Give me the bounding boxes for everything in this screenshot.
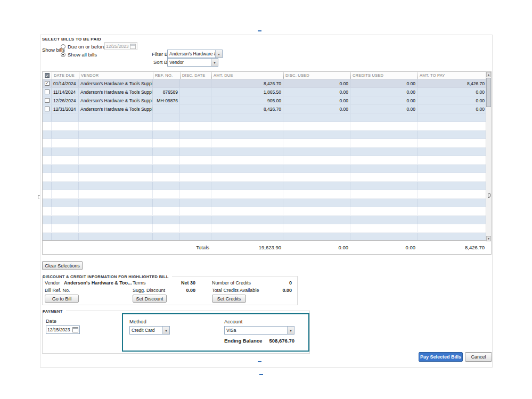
scroll-up-icon[interactable]: ▲	[486, 72, 491, 77]
row-checkbox[interactable]	[43, 96, 52, 104]
col-header-amt-to-pay[interactable]: AMT. TO PAY	[418, 72, 487, 79]
discount-credit-section: DISCOUNT & CREDIT INFORMATION FOR HIGHLI…	[42, 276, 298, 305]
radio-icon[interactable]	[61, 44, 66, 49]
cell	[52, 199, 79, 207]
chevron-down-icon[interactable]: ▾	[211, 59, 218, 66]
cell	[180, 190, 211, 198]
chevron-down-icon[interactable]: ▾	[215, 50, 222, 58]
cell: 0.00	[283, 79, 350, 87]
col-header-credits-used[interactable]: CREDITS USED	[350, 72, 418, 79]
radio-due-on-or-before[interactable]: Due on or before	[61, 44, 105, 50]
totals-disc-used: 0.00	[283, 245, 350, 250]
cell	[153, 148, 180, 156]
cell	[211, 122, 283, 130]
sort-by-dropdown[interactable]: Vendor ▾	[167, 58, 218, 67]
radio-icon[interactable]	[61, 52, 66, 57]
empty-row	[43, 122, 487, 131]
bills-table: ✓DATE DUEVENDORREF. NO.DISC. DATEAMT. DU…	[42, 71, 492, 255]
ui-artifact-mark	[38, 195, 40, 199]
ending-balance-label: Ending Balance	[224, 338, 262, 344]
cell	[283, 113, 350, 121]
cell: 8,426.70	[211, 105, 283, 113]
cell	[52, 148, 79, 156]
cell	[79, 139, 153, 147]
cell	[283, 216, 350, 224]
col-header-amt-due[interactable]: AMT. DUE	[211, 72, 283, 79]
radio-show-all-bills[interactable]: Show all bills	[61, 52, 97, 58]
scroll-down-icon[interactable]: ▼	[486, 236, 491, 241]
cell	[418, 113, 487, 121]
empty-cell	[43, 199, 52, 207]
calendar-icon[interactable]	[72, 327, 78, 332]
payment-date-input[interactable]: 12/15/2023	[46, 325, 80, 334]
cancel-button[interactable]: Cancel	[465, 352, 492, 362]
cell	[153, 105, 180, 113]
account-dropdown[interactable]: VISa ▾	[224, 326, 294, 335]
empty-row	[43, 216, 487, 224]
ui-artifact-mark	[488, 193, 490, 198]
scrollbar-thumb[interactable]	[486, 78, 491, 107]
method-dropdown[interactable]: Credit Card ▾	[129, 326, 170, 335]
cell	[180, 96, 211, 104]
bill-row[interactable]: 11/14/2024Anderson's Hardware & Tools Su…	[43, 88, 487, 96]
bill-row[interactable]: 12/26/2024Anderson's Hardware & Tools Su…	[43, 96, 487, 105]
col-header-date-due[interactable]: DATE DUE	[52, 72, 79, 79]
cell	[180, 207, 211, 215]
empty-row	[43, 131, 487, 139]
radio-due-label: Due on or before	[68, 44, 105, 50]
cell	[79, 190, 153, 198]
cell: 0.00	[350, 79, 418, 87]
filter-by-dropdown[interactable]: Anderson's Hardware & ... ▾	[167, 50, 223, 58]
clear-selections-button[interactable]: Clear Selections	[42, 261, 83, 270]
cell	[52, 113, 79, 121]
cell: 8,426.70	[418, 79, 487, 87]
cell	[418, 207, 487, 215]
empty-cell	[43, 122, 52, 130]
cell	[180, 79, 211, 87]
empty-cell	[43, 233, 52, 240]
empty-cell	[43, 224, 52, 232]
go-to-bill-button[interactable]: Go to Bill	[45, 295, 79, 303]
set-discount-button[interactable]: Set Discount	[133, 295, 167, 303]
col-header-ref-no[interactable]: REF. NO.	[153, 72, 180, 79]
cell: 01/14/2024	[52, 79, 79, 87]
cell	[180, 122, 211, 130]
cell	[180, 131, 211, 139]
col-header-vendor[interactable]: VENDOR	[79, 72, 153, 79]
vendor-value: Anderson's Hardware & Too...	[64, 280, 132, 286]
cell	[283, 224, 350, 232]
pay-selected-bills-button[interactable]: Pay Selected Bills	[419, 352, 463, 362]
empty-cell	[43, 190, 52, 198]
cell: Anderson's Hardware & Tools Supply	[79, 96, 153, 104]
ui-artifact-mark	[258, 30, 261, 31]
sort-by-value: Vendor	[168, 59, 211, 66]
empty-row	[43, 165, 487, 173]
payment-section: PAYMENT Date 12/15/2023 Method Credit Ca…	[42, 311, 310, 354]
bill-row[interactable]: 12/31/2024Anderson's Hardware & Tools Su…	[43, 105, 487, 113]
row-checkbox[interactable]	[43, 88, 52, 96]
set-credits-button[interactable]: Set Credits	[212, 295, 246, 303]
col-header-disc-used[interactable]: DISC. USED	[283, 72, 350, 79]
cell	[350, 165, 418, 173]
cell	[52, 216, 79, 224]
cell	[283, 122, 350, 130]
cell	[52, 224, 79, 232]
cell	[79, 122, 153, 130]
method-label: Method	[129, 319, 146, 324]
cell	[211, 131, 283, 139]
cell	[180, 88, 211, 96]
cell	[79, 207, 153, 215]
empty-row	[43, 139, 487, 148]
chevron-down-icon[interactable]: ▾	[287, 327, 294, 334]
col-header-disc-date[interactable]: DISC. DATE	[180, 72, 211, 79]
select-all-checkbox[interactable]: ✓	[43, 72, 52, 79]
table-scrollbar[interactable]: ▲ ▼	[486, 72, 491, 241]
totals-row: Totals 19,623.90 0.00 0.00 8,426.70	[43, 240, 491, 254]
bill-row[interactable]: ✓01/14/2024Anderson's Hardware & Tools S…	[43, 79, 487, 88]
chevron-down-icon[interactable]: ▾	[162, 327, 169, 334]
row-checkbox[interactable]	[43, 105, 52, 113]
row-checkbox[interactable]: ✓	[43, 79, 52, 87]
checkbox-icon	[45, 98, 50, 103]
cell	[350, 156, 418, 164]
cell	[350, 182, 418, 190]
